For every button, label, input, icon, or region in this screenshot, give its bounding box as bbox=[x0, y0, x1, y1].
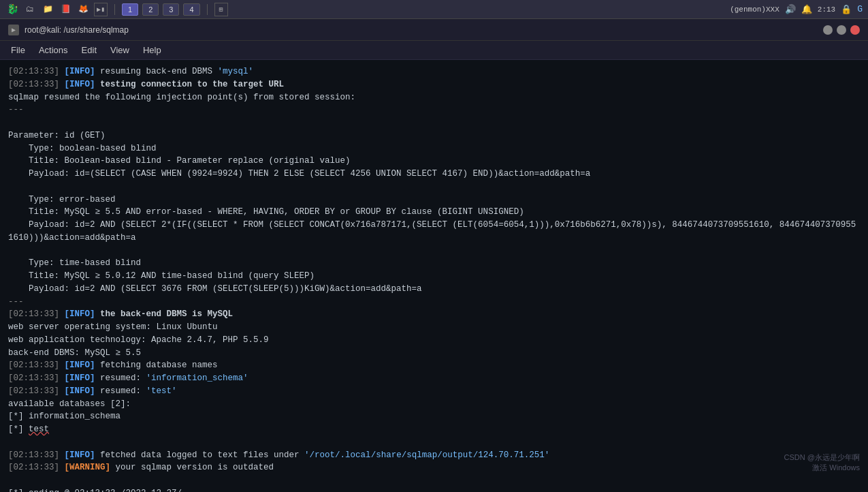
output-blank-5 bbox=[8, 474, 860, 487]
output-line-8: Type: error-based bbox=[8, 194, 860, 206]
menu-edit[interactable]: Edit bbox=[76, 44, 102, 57]
output-line-16: web application technology: Apache 2.4.7… bbox=[8, 334, 860, 347]
output-separator-2: --- bbox=[8, 296, 860, 309]
output-line-3: sqlmap resumed the following injection p… bbox=[8, 91, 860, 104]
workspace-3[interactable]: 3 bbox=[163, 3, 179, 16]
system-bar: 🐉 🗂 📁 📕 🦊 ▶▮ 1 2 3 4 ⊞ (genmon)XXX 🔊 🔔 2… bbox=[0, 0, 868, 19]
output-line-24: [02:13:33] [INFO] fetched data logged to… bbox=[8, 449, 860, 462]
output-line-25: [02:13:33] [WARNING] your sqlmap version… bbox=[8, 461, 860, 474]
file-manager-icon[interactable]: 🗂 bbox=[23, 3, 37, 16]
workspace-2[interactable]: 2 bbox=[142, 3, 159, 16]
output-line-12: Title: MySQL ≥ 5.0.12 AND time-based bli… bbox=[8, 270, 860, 283]
menu-bar: File Actions Edit View Help bbox=[0, 41, 868, 60]
kali-icon[interactable]: 🐉 bbox=[5, 3, 19, 16]
user-icon[interactable]: G bbox=[857, 4, 863, 14]
output-blank-3 bbox=[8, 245, 860, 258]
taskbar-right: (genmon)XXX 🔊 🔔 2:13 🔒 G bbox=[730, 4, 863, 15]
close-button[interactable] bbox=[850, 25, 860, 35]
output-blank-4 bbox=[8, 436, 860, 449]
terminal-output[interactable]: [02:13:33] [INFO] resuming back-end DBMS… bbox=[0, 60, 868, 492]
terminal-app-icon: ▶ bbox=[8, 25, 19, 35]
divider-1 bbox=[114, 4, 115, 15]
output-blank-2 bbox=[8, 181, 860, 194]
menu-actions[interactable]: Actions bbox=[33, 44, 74, 57]
folder-icon[interactable]: 📁 bbox=[41, 3, 54, 16]
output-line-2: [02:13:33] [INFO] testing connection to … bbox=[8, 78, 860, 91]
menu-view[interactable]: View bbox=[105, 44, 135, 57]
output-line-9: Title: MySQL ≥ 5.5 AND error-based - WHE… bbox=[8, 206, 860, 219]
output-line-23: [*] test bbox=[8, 423, 860, 436]
output-line-4: Parameter: id (GET) bbox=[8, 129, 860, 142]
output-separator-1: --- bbox=[8, 104, 860, 117]
clock: 2:13 bbox=[818, 5, 835, 14]
output-line-26: [*] ending @ 02:13:33 /2022-12-27/ bbox=[8, 487, 860, 492]
window-controls bbox=[823, 25, 860, 35]
app-menu-icon[interactable]: ⊞ bbox=[214, 3, 228, 16]
menu-help[interactable]: Help bbox=[138, 44, 167, 57]
lock-icon[interactable]: 🔒 bbox=[841, 4, 852, 15]
output-line-17: back-end DBMS: MySQL ≥ 5.5 bbox=[8, 347, 860, 360]
firefox-icon[interactable]: 🦊 bbox=[76, 3, 90, 16]
output-line-7: Payload: id=(SELECT (CASE WHEN (9924=992… bbox=[8, 168, 860, 181]
output-line-22: [*] information_schema bbox=[8, 410, 860, 423]
workspace-1[interactable]: 1 bbox=[122, 3, 138, 16]
divider-2 bbox=[207, 4, 208, 15]
menu-file[interactable]: File bbox=[5, 44, 31, 57]
output-line-10: Payload: id=2 AND (SELECT 2*(IF((SELECT … bbox=[8, 219, 860, 245]
terminal-window: ▶ root@kali: /usr/share/sqlmap File Acti… bbox=[0, 19, 868, 492]
output-line-18: [02:13:33] [INFO] fetching database name… bbox=[8, 359, 860, 372]
minimize-button[interactable] bbox=[823, 25, 833, 35]
output-line-20: [02:13:33] [INFO] resumed: 'test' bbox=[8, 385, 860, 398]
output-line-15: web server operating system: Linux Ubunt… bbox=[8, 321, 860, 334]
workspace-4[interactable]: 4 bbox=[183, 3, 199, 16]
genmon-label: (genmon)XXX bbox=[730, 5, 779, 14]
output-line-13: Payload: id=2 AND (SELECT 3676 FROM (SEL… bbox=[8, 283, 860, 296]
output-line-19: [02:13:33] [INFO] resumed: 'information_… bbox=[8, 372, 860, 385]
output-line-21: available databases [2]: bbox=[8, 398, 860, 411]
output-line-1: [02:13:33] [INFO] resuming back-end DBMS… bbox=[8, 65, 860, 78]
output-line-5: Type: boolean-based blind bbox=[8, 142, 860, 155]
title-bar-left: ▶ root@kali: /usr/share/sqlmap bbox=[8, 25, 129, 35]
window-title: root@kali: /usr/share/sqlmap bbox=[25, 25, 129, 35]
bookmark-icon[interactable]: 📕 bbox=[59, 3, 72, 16]
maximize-button[interactable] bbox=[837, 25, 846, 35]
taskbar-left: 🐉 🗂 📁 📕 🦊 ▶▮ 1 2 3 4 ⊞ bbox=[5, 3, 228, 16]
output-blank-1 bbox=[8, 117, 860, 129]
title-bar: ▶ root@kali: /usr/share/sqlmap bbox=[0, 19, 868, 41]
output-line-11: Type: time-based blind bbox=[8, 257, 860, 270]
output-line-14: [02:13:33] [INFO] the back-end DBMS is M… bbox=[8, 308, 860, 321]
volume-icon[interactable]: 🔊 bbox=[785, 4, 796, 15]
notification-icon[interactable]: 🔔 bbox=[801, 4, 812, 15]
output-line-6: Title: Boolean-based blind - Parameter r… bbox=[8, 155, 860, 168]
terminal-icon[interactable]: ▶▮ bbox=[94, 3, 108, 16]
